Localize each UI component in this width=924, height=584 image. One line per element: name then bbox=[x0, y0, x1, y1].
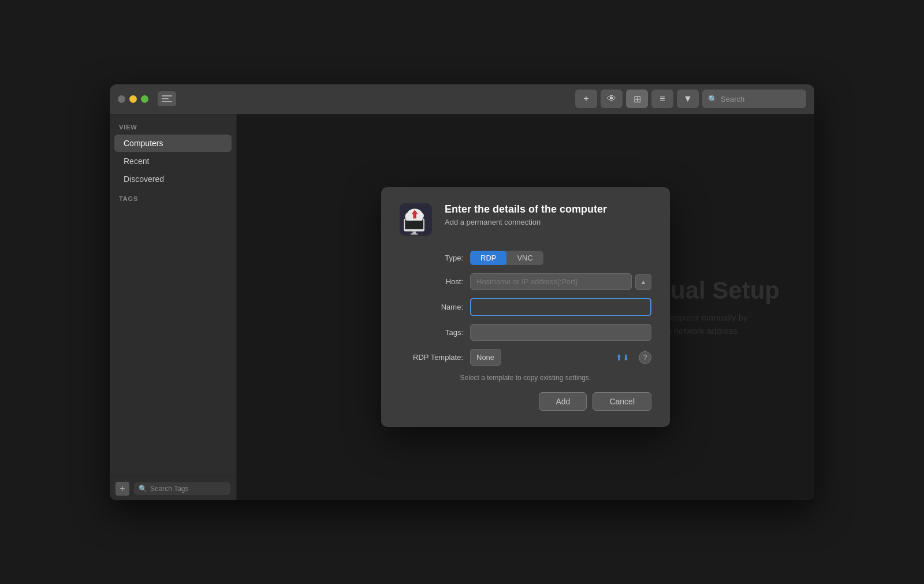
template-hint: Select a template to copy existing setti… bbox=[400, 374, 651, 382]
search-bar: 🔍 bbox=[702, 90, 806, 108]
add-connection-button[interactable]: + bbox=[575, 90, 597, 108]
host-input[interactable] bbox=[470, 273, 632, 290]
toolbar-buttons: + 👁 ⊞ ≡ ▼ 🔍 bbox=[575, 90, 806, 108]
type-toggle: RDP VNC bbox=[470, 251, 543, 265]
add-button[interactable]: Add bbox=[539, 392, 587, 411]
sidebar-nav: VIEW Computers Recent Discovered TAGS bbox=[110, 114, 236, 477]
svg-rect-2 bbox=[405, 220, 423, 229]
type-label: Type: bbox=[400, 254, 463, 262]
host-controls: ▲ bbox=[470, 273, 651, 290]
name-label: Name: bbox=[400, 303, 463, 311]
name-input[interactable] bbox=[470, 298, 651, 316]
app-window: + 👁 ⊞ ≡ ▼ 🔍 VIEW Computers Recent bbox=[110, 84, 814, 500]
host-row: Host: ▲ bbox=[400, 273, 651, 290]
rdp-type-button[interactable]: RDP bbox=[470, 251, 506, 265]
host-expand-button[interactable]: ▲ bbox=[635, 274, 651, 290]
maximize-button[interactable] bbox=[141, 95, 148, 103]
list-view-button[interactable]: ≡ bbox=[651, 90, 673, 108]
cancel-button[interactable]: Cancel bbox=[593, 392, 651, 411]
rdp-template-select-wrap: None ⬆⬇ ? bbox=[470, 349, 651, 366]
type-controls: RDP VNC bbox=[470, 251, 651, 265]
search-tags-icon: 🔍 bbox=[139, 485, 147, 493]
add-computer-modal: Enter the details of the computer Add a … bbox=[381, 187, 670, 427]
modal-title-block: Enter the details of the computer Add a … bbox=[445, 203, 607, 226]
filter-button[interactable]: ▼ bbox=[677, 90, 699, 108]
search-tags-input[interactable] bbox=[150, 485, 226, 493]
rdp-select-wrapper: None ⬆⬇ bbox=[470, 349, 634, 366]
tags-label: Tags: bbox=[400, 328, 463, 337]
host-label: Host: bbox=[400, 277, 463, 286]
name-controls bbox=[470, 298, 651, 316]
rdp-template-select[interactable]: None bbox=[470, 349, 501, 366]
search-tags-bar: 🔍 bbox=[134, 482, 230, 495]
search-icon: 🔍 bbox=[708, 95, 717, 103]
tags-controls bbox=[470, 324, 651, 341]
select-arrow-icon: ⬆⬇ bbox=[616, 353, 629, 362]
title-bar: + 👁 ⊞ ≡ ▼ 🔍 bbox=[110, 84, 814, 114]
grid-view-button[interactable]: ⊞ bbox=[626, 90, 648, 108]
sidebar-tags-label: TAGS bbox=[110, 188, 236, 206]
modal-header: Enter the details of the computer Add a … bbox=[400, 203, 651, 238]
sidebar-toggle-button[interactable] bbox=[158, 91, 176, 106]
vnc-type-button[interactable]: VNC bbox=[506, 251, 543, 265]
modal-title: Enter the details of the computer bbox=[445, 203, 607, 215]
modal-overlay: Enter the details of the computer Add a … bbox=[237, 114, 814, 500]
sidebar-item-computers[interactable]: Computers bbox=[114, 135, 232, 152]
rdp-template-controls: None ⬆⬇ ? bbox=[470, 349, 651, 366]
type-row: Type: RDP VNC bbox=[400, 251, 651, 265]
help-button[interactable]: ? bbox=[639, 351, 651, 364]
add-tag-button[interactable]: + bbox=[116, 482, 129, 496]
host-input-row: ▲ bbox=[470, 273, 651, 290]
sidebar-view-label: VIEW bbox=[110, 124, 236, 134]
close-button[interactable] bbox=[118, 95, 125, 103]
sidebar: VIEW Computers Recent Discovered TAGS + … bbox=[110, 114, 237, 500]
eye-button[interactable]: 👁 bbox=[601, 90, 623, 108]
sidebar-item-recent[interactable]: Recent bbox=[114, 152, 232, 170]
search-input[interactable] bbox=[721, 95, 800, 103]
content-area: nual Setup a computer manually by g its … bbox=[237, 114, 814, 500]
minimize-button[interactable] bbox=[129, 95, 137, 103]
sidebar-item-discovered[interactable]: Discovered bbox=[114, 170, 232, 188]
modal-footer: Add Cancel bbox=[400, 392, 651, 411]
svg-rect-4 bbox=[411, 233, 418, 235]
rdp-template-row: RDP Template: None ⬆⬇ ? bbox=[400, 349, 651, 366]
main-content: VIEW Computers Recent Discovered TAGS + … bbox=[110, 114, 814, 500]
tags-row: Tags: bbox=[400, 324, 651, 341]
sidebar-toggle-icon bbox=[162, 95, 172, 103]
traffic-lights bbox=[118, 95, 148, 103]
modal-subtitle: Add a permanent connection bbox=[445, 218, 607, 226]
sidebar-footer: + 🔍 bbox=[110, 477, 236, 500]
tags-input[interactable] bbox=[470, 324, 651, 341]
modal-app-icon bbox=[400, 203, 434, 238]
name-row: Name: bbox=[400, 298, 651, 316]
chevron-up-icon: ▲ bbox=[640, 278, 647, 285]
rdp-template-label: RDP Template: bbox=[400, 353, 463, 362]
